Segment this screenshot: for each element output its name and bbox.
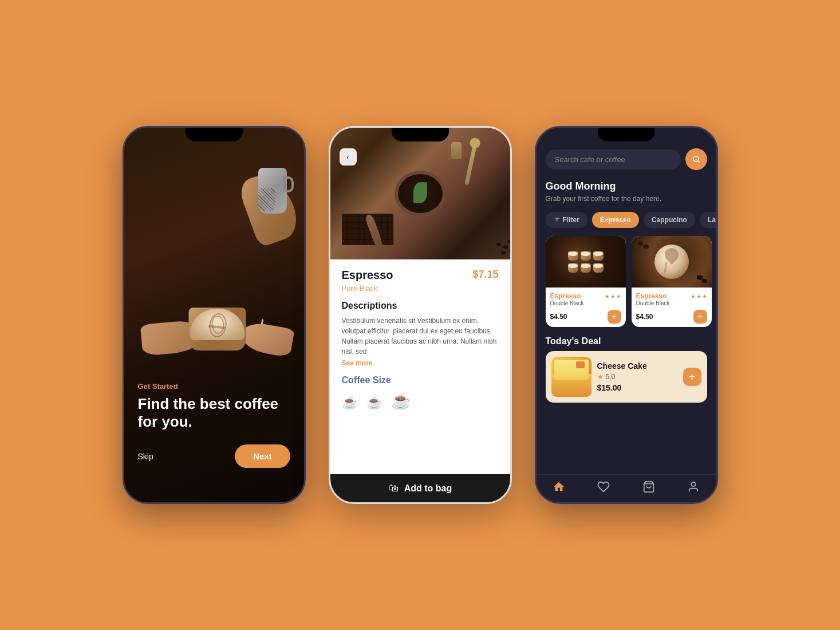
vol-down-btn-3 xyxy=(535,203,536,217)
large-cup-icon[interactable]: ☕ xyxy=(391,391,411,410)
bottom-navigation xyxy=(537,474,716,502)
card1-type: Double Black xyxy=(550,300,621,306)
card2-body: Espresso ★ ★ ★ Double Black $4.50 + xyxy=(632,288,712,327)
greeting-section: Good Morning Grab your first coffee for … xyxy=(537,176,716,208)
bag-icon xyxy=(642,481,655,493)
filter-label: Filter xyxy=(563,216,579,224)
vol-up-btn xyxy=(123,185,124,199)
product-title-row: Espresso $7.15 xyxy=(342,269,499,282)
phone1-content: Get Started Find the best coffee for you… xyxy=(124,128,304,502)
svg-line-1 xyxy=(698,161,700,163)
nav-home[interactable] xyxy=(553,481,565,493)
card2-stars: ★ ★ ★ xyxy=(691,293,707,300)
card1-stars: ★ ★ ★ xyxy=(605,293,621,300)
tattoo-pattern xyxy=(258,188,275,211)
search-button[interactable] xyxy=(685,148,707,170)
nav-bag[interactable] xyxy=(642,481,655,493)
coffee-card-1[interactable]: Espresso ★ ★ ★ Double Black $4.50 + xyxy=(546,236,626,327)
deal-price: $15.00 xyxy=(597,383,677,392)
cups-grid xyxy=(568,251,604,273)
coffee-size-title: Coffee Size xyxy=(342,375,499,385)
cappucino-filter[interactable]: Cappucino xyxy=(644,212,695,228)
deal-rating-value: 5.0 xyxy=(606,373,616,381)
next-button[interactable]: Next xyxy=(235,444,290,468)
search-placeholder-text: Search cafe or coffee xyxy=(555,155,625,164)
small-cup-icon[interactable]: ☕ xyxy=(342,395,357,410)
coffee-bowl xyxy=(395,171,446,216)
deal-image xyxy=(551,357,591,397)
notch-3 xyxy=(598,128,655,141)
card2-add-button[interactable]: + xyxy=(693,310,707,324)
search-icon xyxy=(692,155,701,164)
vol-down-btn-2 xyxy=(329,203,330,217)
product-image-area: ‹ xyxy=(330,128,510,259)
cappucino-label: Cappucino xyxy=(652,216,687,224)
vol-down-btn xyxy=(123,203,124,217)
phone1-bottom-section: Get Started Find the best coffee for you… xyxy=(138,382,290,468)
latte-cup-container xyxy=(186,299,249,351)
phone-2: ‹ Espresso $7.15 Pure Black Descriptions… xyxy=(329,126,512,504)
nav-favorites[interactable] xyxy=(597,481,610,493)
phone-1: Get Started Find the best coffee for you… xyxy=(123,126,306,504)
deal-info: Cheese Cake ★ 5.0 $15.00 xyxy=(597,361,677,392)
deal-card[interactable]: Cheese Cake ★ 5.0 $15.00 + xyxy=(546,351,707,403)
search-bar[interactable]: Search cafe or coffee xyxy=(546,149,681,170)
power-btn-2 xyxy=(511,208,512,233)
svg-point-0 xyxy=(693,156,698,162)
latte-label: Latte xyxy=(708,216,716,224)
deal-name: Cheese Cake xyxy=(597,361,677,371)
todays-deal-title: Today's Deal xyxy=(546,336,707,346)
product-detail-body: Espresso $7.15 Pure Black Descriptions V… xyxy=(330,259,510,474)
deal-add-button[interactable]: + xyxy=(683,368,701,386)
vol-up-btn-3 xyxy=(535,185,536,199)
spoon-decoration xyxy=(464,142,477,185)
espresso-filter[interactable]: Expresso xyxy=(592,212,639,228)
svg-point-6 xyxy=(692,482,696,486)
notch-2 xyxy=(392,128,449,141)
greeting-subtitle: Grab your first coffee for the day here. xyxy=(546,195,707,203)
filter-icon xyxy=(554,216,561,223)
card1-name: Espresso xyxy=(550,292,581,300)
pitcher-handle xyxy=(283,176,294,192)
back-button[interactable]: ‹ xyxy=(340,148,357,166)
deal-rating: ★ 5.0 xyxy=(597,373,677,381)
see-more-link[interactable]: See more xyxy=(342,359,499,367)
phone-3: Search cafe or coffee Good Morning Grab … xyxy=(535,126,718,504)
phone3-content: Search cafe or coffee Good Morning Grab … xyxy=(537,128,716,502)
bag-icon: 🛍 xyxy=(388,482,399,494)
card1-add-button[interactable]: + xyxy=(608,310,621,324)
home-icon xyxy=(553,481,565,493)
add-to-bag-button[interactable]: 🛍 Add to bag xyxy=(330,474,510,502)
filter-button[interactable]: Filter xyxy=(546,212,587,228)
get-started-label: Get Started xyxy=(138,382,290,391)
size-icons-row: ☕ ☕ ☕ xyxy=(342,391,499,410)
add-to-bag-text: Add to bag xyxy=(404,483,452,494)
coffee-card-2[interactable]: Espresso ★ ★ ★ Double Black $4.50 + xyxy=(632,236,712,327)
vol-up-btn-2 xyxy=(329,185,330,199)
card2-type: Double Black xyxy=(636,300,707,306)
card2-name: Espresso xyxy=(636,292,667,300)
cork-decoration xyxy=(451,142,462,159)
product-price: $7.15 xyxy=(472,269,498,281)
filter-row: Filter Expresso Cappucino Latte xyxy=(537,208,716,231)
product-name: Espresso xyxy=(342,269,393,282)
cup-foam xyxy=(190,309,244,340)
phone2-content: ‹ Espresso $7.15 Pure Black Descriptions… xyxy=(330,128,510,502)
phone1-headline: Find the best coffee for you. xyxy=(138,395,290,431)
card2-image xyxy=(632,236,712,288)
nav-profile[interactable] xyxy=(687,481,700,493)
coffee-cards-row: Espresso ★ ★ ★ Double Black $4.50 + xyxy=(537,231,716,332)
latte-filter[interactable]: Latte xyxy=(700,212,716,228)
deal-star-icon: ★ xyxy=(597,373,604,381)
leaf-decoration xyxy=(413,182,427,203)
card2-price: $4.50 xyxy=(636,313,653,321)
medium-cup-icon[interactable]: ☕ xyxy=(366,395,382,410)
description-text: Vestibulum venenatis sit Vestibulum ex e… xyxy=(342,316,499,357)
coffee-photo-background xyxy=(330,128,510,259)
person-icon xyxy=(687,481,700,493)
skip-button[interactable]: Skip xyxy=(138,452,153,461)
espresso-label: Expresso xyxy=(600,216,631,224)
heart-icon xyxy=(597,481,610,493)
power-btn xyxy=(305,208,306,233)
spoon-head xyxy=(468,137,480,149)
